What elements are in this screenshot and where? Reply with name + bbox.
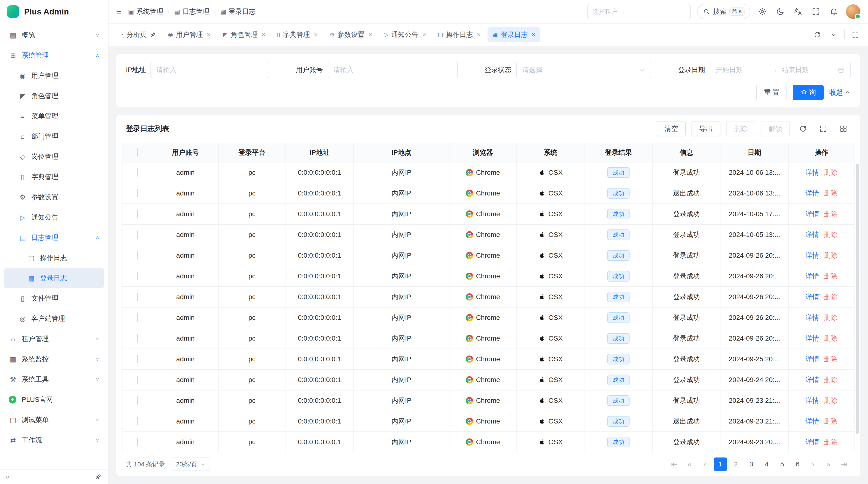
detail-link[interactable]: 详情 bbox=[806, 376, 819, 384]
page-number[interactable]: 5 bbox=[775, 457, 789, 471]
collapse-filters-link[interactable]: 收起 bbox=[830, 88, 850, 97]
delete-link[interactable]: 删除 bbox=[824, 355, 837, 363]
clear-button[interactable]: 清空 bbox=[657, 121, 686, 136]
refresh-icon[interactable] bbox=[796, 122, 810, 136]
table-scrollbar[interactable] bbox=[856, 164, 859, 434]
unlock-button[interactable]: 解锁 bbox=[761, 121, 790, 136]
close-icon[interactable]: × bbox=[207, 31, 211, 38]
column-header[interactable]: 系统 bbox=[517, 143, 584, 162]
delete-link[interactable]: 删除 bbox=[824, 231, 837, 238]
sidebar-item-notice[interactable]: ▷通知公告 bbox=[4, 207, 104, 228]
row-checkbox[interactable] bbox=[137, 417, 138, 425]
sidebar-item-tenant-management[interactable]: ⌂租户管理∨ bbox=[4, 329, 104, 349]
tab-operation-log[interactable]: ▢操作日志× bbox=[433, 27, 486, 42]
sidebar-item-plus-website[interactable]: +PLUS官网 bbox=[4, 389, 104, 410]
sidebar-item-system-monitor[interactable]: ▥系统监控∨ bbox=[4, 349, 104, 369]
sidebar-item-dict-management[interactable]: ▯字典管理 bbox=[4, 167, 104, 187]
page-number[interactable]: 6 bbox=[791, 457, 804, 471]
delete-button[interactable]: 删除 bbox=[726, 121, 755, 136]
page-number[interactable]: 1 bbox=[714, 457, 727, 471]
account-input[interactable] bbox=[328, 62, 458, 78]
export-button[interactable]: 导出 bbox=[691, 121, 720, 136]
expand-content-icon[interactable] bbox=[850, 29, 861, 40]
page-number[interactable]: 3 bbox=[745, 457, 758, 471]
row-checkbox[interactable] bbox=[137, 230, 138, 239]
delete-link[interactable]: 删除 bbox=[824, 252, 837, 259]
last-page-button[interactable]: ⇥ bbox=[837, 457, 850, 471]
column-header[interactable]: 信息 bbox=[653, 143, 720, 162]
chevron-down-icon[interactable] bbox=[828, 29, 840, 40]
tab-user-management[interactable]: ◉用户管理× bbox=[163, 27, 216, 42]
row-checkbox[interactable] bbox=[137, 272, 138, 280]
sidebar-item-post-management[interactable]: ◇岗位管理 bbox=[4, 147, 104, 167]
first-page-button[interactable]: ⇤ bbox=[668, 457, 681, 471]
sidebar-item-workflow[interactable]: ⇄工作流∨ bbox=[4, 430, 104, 450]
sidebar-item-overview[interactable]: ▤概览∨ bbox=[4, 25, 104, 45]
avatar[interactable] bbox=[846, 4, 860, 19]
row-checkbox[interactable] bbox=[137, 376, 138, 384]
detail-link[interactable]: 详情 bbox=[806, 189, 819, 197]
delete-link[interactable]: 删除 bbox=[824, 169, 837, 176]
column-header[interactable]: 用户账号 bbox=[152, 143, 219, 162]
close-icon[interactable]: × bbox=[532, 31, 535, 38]
detail-link[interactable]: 详情 bbox=[806, 334, 819, 342]
sidebar-item-dept-management[interactable]: ⌂部门管理 bbox=[4, 126, 104, 147]
sidebar-item-login-log[interactable]: ▦登录日志 bbox=[4, 268, 104, 288]
detail-link[interactable]: 详情 bbox=[806, 210, 819, 218]
tenant-select[interactable] bbox=[587, 4, 691, 19]
app-logo[interactable]: Plus Admin bbox=[0, 0, 108, 23]
delete-link[interactable]: 删除 bbox=[824, 397, 837, 404]
page-size-select[interactable]: 20条/页 bbox=[172, 457, 210, 471]
detail-link[interactable]: 详情 bbox=[806, 169, 819, 176]
delete-link[interactable]: 删除 bbox=[824, 438, 837, 446]
jump-forward-button[interactable]: » bbox=[822, 457, 835, 471]
global-search[interactable]: 搜索 ⌘ K bbox=[697, 4, 750, 19]
tab-analysis-page[interactable]: ◔分析页 bbox=[115, 27, 161, 42]
delete-link[interactable]: 删除 bbox=[824, 189, 837, 197]
column-header[interactable]: 浏览器 bbox=[449, 143, 517, 162]
sidebar-item-role-management[interactable]: ◩角色管理 bbox=[4, 86, 104, 106]
fullscreen-icon[interactable] bbox=[810, 6, 822, 18]
close-icon[interactable]: × bbox=[368, 31, 372, 38]
bell-icon[interactable] bbox=[828, 6, 840, 18]
reset-button[interactable]: 重 置 bbox=[756, 85, 787, 100]
detail-link[interactable]: 详情 bbox=[806, 231, 819, 238]
close-icon[interactable]: × bbox=[422, 31, 426, 38]
hamburger-menu-icon[interactable]: ≡ bbox=[116, 6, 121, 17]
page-number[interactable]: 2 bbox=[729, 457, 743, 471]
prev-page-button[interactable]: ‹ bbox=[698, 457, 712, 471]
fullscreen-icon[interactable] bbox=[816, 122, 830, 136]
row-checkbox[interactable] bbox=[137, 210, 138, 218]
breadcrumb-log-management[interactable]: ▤日志管理 bbox=[174, 7, 210, 16]
detail-link[interactable]: 详情 bbox=[806, 272, 819, 280]
detail-link[interactable]: 详情 bbox=[806, 397, 819, 404]
close-icon[interactable]: × bbox=[314, 31, 318, 38]
delete-link[interactable]: 删除 bbox=[824, 272, 837, 280]
sidebar-item-user-management[interactable]: ◉用户管理 bbox=[4, 66, 104, 86]
delete-link[interactable]: 删除 bbox=[824, 334, 837, 342]
sidebar-item-menu-management[interactable]: ≡菜单管理 bbox=[4, 106, 104, 126]
row-checkbox[interactable] bbox=[137, 438, 138, 446]
delete-link[interactable]: 删除 bbox=[824, 417, 837, 425]
pin-icon[interactable] bbox=[150, 31, 156, 38]
breadcrumb-system-management[interactable]: ▣系统管理 bbox=[128, 7, 163, 16]
delete-link[interactable]: 删除 bbox=[824, 376, 837, 384]
column-settings-icon[interactable] bbox=[836, 122, 850, 136]
refresh-icon[interactable] bbox=[812, 29, 823, 40]
row-checkbox[interactable] bbox=[137, 189, 138, 197]
delete-link[interactable]: 删除 bbox=[824, 210, 837, 218]
tab-role-management[interactable]: ◩角色管理× bbox=[217, 27, 270, 42]
dark-mode-moon-icon[interactable] bbox=[774, 6, 786, 18]
row-checkbox[interactable] bbox=[137, 168, 138, 177]
close-icon[interactable]: × bbox=[477, 31, 481, 38]
translate-icon[interactable] bbox=[792, 6, 804, 18]
sidebar-item-file-management[interactable]: ▯文件管理 bbox=[4, 288, 104, 309]
row-checkbox[interactable] bbox=[137, 293, 138, 301]
row-checkbox[interactable] bbox=[137, 396, 138, 405]
tab-notice[interactable]: ▷通知公告× bbox=[379, 27, 431, 42]
tab-param-settings[interactable]: ⚙参数设置× bbox=[324, 27, 377, 42]
status-select[interactable]: 请选择 bbox=[516, 62, 651, 78]
column-header[interactable]: 操作 bbox=[789, 143, 854, 162]
column-header[interactable]: 登录结果 bbox=[584, 143, 653, 162]
tab-dict-management[interactable]: ▯字典管理× bbox=[272, 27, 323, 42]
